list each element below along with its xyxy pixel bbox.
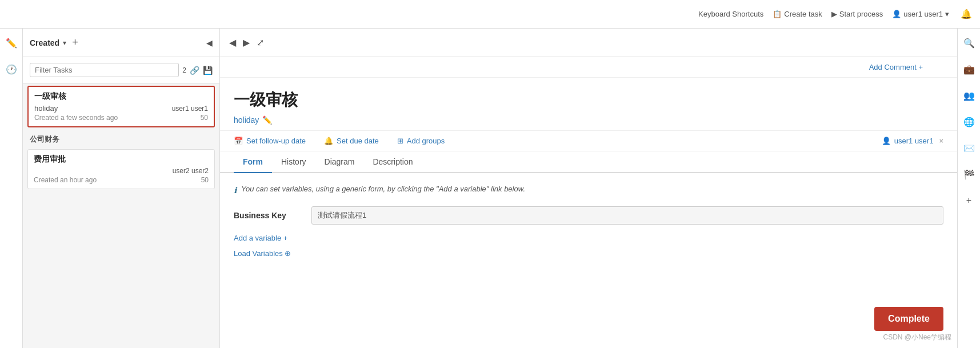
top-bar: Keyboard Shortcuts 📋 Create task ▶ Start… [0,0,980,29]
collapse-panel-button[interactable]: ◀ [206,38,213,47]
top-bar-actions: Keyboard Shortcuts 📋 Create task ▶ Start… [698,6,974,22]
main-layout: ✏️ 🕐 Created ▾ + ◀ 2 🔗 💾 一级审核 holiday us… [0,29,980,348]
follow-up-date-button[interactable]: 📅 Set follow-up date [234,137,306,145]
task-item-assignee: user2 user2 [173,167,209,175]
task-tabs: Form History Diagram Description [220,151,957,173]
group-icon: ⊞ [397,137,403,145]
filter-count: 2 [182,66,186,74]
info-icon: ℹ [234,186,237,195]
plus-icon[interactable]: + [961,192,978,209]
calendar-icon: 📅 [234,137,243,145]
task-item-row: holiday user1 user1 [34,104,208,113]
load-variables-link[interactable]: Load Variables ⊕ [234,249,943,258]
task-filter-bar: 2 🔗 💾 [23,57,219,83]
form-body: ℹ You can set variables, using a generic… [220,173,957,269]
filter-save-icon[interactable]: 💾 [203,66,213,75]
users-icon[interactable]: 👥 [961,87,978,104]
flag-icon[interactable]: 🏁 [961,166,978,183]
add-comment-link[interactable]: Add Comment + [869,63,923,71]
tab-description[interactable]: Description [363,151,422,173]
task-item-title: 费用审批 [34,154,209,165]
add-variable-link[interactable]: Add a variable + [234,234,943,242]
user-badge[interactable]: 👤 user1 user1 ▾ [892,10,949,18]
task-title: 一级审核 [234,89,943,111]
link-icon[interactable]: 🔗 [190,66,199,75]
pencil-icon[interactable]: ✏️ [3,34,20,51]
task-group-label: 公司财务 [23,130,219,147]
task-item-row: user2 user2 [34,167,209,175]
tab-diagram[interactable]: Diagram [315,151,364,173]
complete-button[interactable]: Complete [874,307,943,331]
expand-button[interactable]: ⤢ [257,37,264,48]
user-icon: 👤 [892,10,901,18]
main-body: 一级审核 holiday ✏️ 📅 Set follow-up date 🔔 S… [220,78,957,348]
task-meta-row: 📅 Set follow-up date 🔔 Set due date ⊞ Ad… [220,131,957,151]
right-sidebar: 🔍 💼 👥 🌐 ✉️ 🏁 + [957,29,980,348]
task-item-time: Created a few seconds ago [34,114,118,122]
filter-tasks-input[interactable] [30,63,179,77]
task-item-meta: Created an hour ago 50 [34,176,209,184]
chevron-down-icon: ▾ [63,39,66,47]
navigate-left-button[interactable]: ◀ [229,37,236,48]
task-item-yijishenhe[interactable]: 一级审核 holiday user1 user1 Created a few s… [27,86,215,127]
play-icon: ▶ [831,10,837,18]
task-item-assignee: user1 user1 [172,105,208,113]
task-item-feiyong[interactable]: 费用审批 user2 user2 Created an hour ago 50 [27,149,215,189]
mail-icon[interactable]: ✉️ [961,139,978,157]
business-key-label: Business Key [234,211,302,220]
task-item-num: 50 [201,114,208,122]
navigate-right-button[interactable]: ▶ [243,37,250,48]
task-item-title: 一级审核 [34,91,208,102]
business-key-row: Business Key 测试请假流程1 [234,206,943,225]
edit-icon[interactable]: ✏️ [262,115,272,125]
start-process-link[interactable]: ▶ Start process [831,10,883,18]
search-icon[interactable]: 🔍 [961,34,978,51]
form-info: ℹ You can set variables, using a generic… [234,185,943,195]
add-comment-bar: Add Comment + [220,57,957,78]
add-task-button[interactable]: + [72,37,78,49]
create-task-link[interactable]: 📋 Create task [773,10,822,18]
main-toolbar: ◀ ▶ ⤢ [220,29,957,57]
assignee-info: 👤 user1 user1 × [882,137,943,145]
tab-history[interactable]: History [272,151,315,173]
notification-icon[interactable]: 🔔 [958,6,974,22]
clipboard-icon: 📋 [773,10,782,18]
task-item-name: holiday [34,104,58,113]
user-icon: 👤 [882,137,891,145]
globe-icon[interactable]: 🌐 [961,113,978,130]
task-item-meta: Created a few seconds ago 50 [34,114,208,122]
add-groups-button[interactable]: ⊞ Add groups [397,137,445,145]
task-process: holiday ✏️ [234,115,943,125]
watermark: CSDN @小Nee学编程 [883,333,951,342]
left-sidebar: ✏️ 🕐 [0,29,23,348]
task-item-num: 50 [201,176,209,184]
due-date-button[interactable]: 🔔 Set due date [324,137,379,145]
bell-icon: 🔔 [324,137,333,145]
task-panel: Created ▾ + ◀ 2 🔗 💾 一级审核 holiday user1 u… [23,29,220,348]
keyboard-shortcuts-link[interactable]: Keyboard Shortcuts [698,10,763,18]
main-content: ◀ ▶ ⤢ Add Comment + 一级审核 holiday ✏️ 📅 [220,29,957,348]
task-header: 一级审核 holiday ✏️ [220,78,957,131]
clock-icon[interactable]: 🕐 [3,61,20,78]
briefcase-icon[interactable]: 💼 [961,61,978,78]
task-item-time: Created an hour ago [34,176,97,184]
tab-form[interactable]: Form [234,151,272,173]
task-panel-header: Created ▾ + ◀ [23,29,219,57]
business-key-value: 测试请假流程1 [311,206,943,225]
remove-assignee-button[interactable]: × [939,137,943,145]
chevron-down-icon: ▾ [945,10,949,18]
task-panel-title[interactable]: Created [30,38,59,47]
